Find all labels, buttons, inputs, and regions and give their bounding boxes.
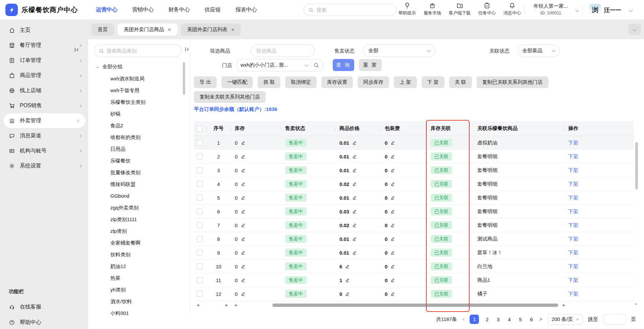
edit-stock-icon[interactable] xyxy=(241,237,246,241)
offshelf-link[interactable]: 下架 xyxy=(568,222,578,228)
edit-price-icon[interactable] xyxy=(345,264,350,269)
edit-pack-fee-icon[interactable] xyxy=(390,195,395,200)
table-vertical-scrollbar-thumb[interactable] xyxy=(635,142,638,189)
page-2[interactable]: 2 xyxy=(484,317,490,322)
action-button[interactable]: 下 架 xyxy=(422,76,444,88)
scroll-right-icon[interactable]: ▶ xyxy=(225,304,228,307)
sidebar-item-help-center[interactable]: 帮助中心 xyxy=(0,315,88,329)
action-button[interactable]: 取消绑定 xyxy=(285,76,317,88)
sale-status-select[interactable]: 全部 xyxy=(363,45,435,57)
user-avatar[interactable]: 浏 xyxy=(589,4,601,16)
category-item[interactable]: 日用品 xyxy=(91,143,179,155)
sidebar-item-home[interactable]: 主页 xyxy=(0,23,88,38)
page-1[interactable]: 1 xyxy=(470,315,479,324)
category-item[interactable]: 小料001 xyxy=(91,307,179,319)
offshelf-link[interactable]: 下架 xyxy=(568,181,578,187)
query-button[interactable]: 查 询 xyxy=(333,59,354,71)
table-scroll-right-icon[interactable]: ▶ xyxy=(563,304,566,307)
action-button[interactable]: 上 架 xyxy=(394,76,417,88)
sidebar-item-online-service[interactable]: 在线客服 xyxy=(0,299,88,315)
task-center-button[interactable]: 任务中心 xyxy=(478,2,496,16)
edit-pack-fee-icon[interactable] xyxy=(390,223,395,227)
offshelf-link[interactable]: 下架 xyxy=(568,250,578,256)
row-checkbox[interactable] xyxy=(197,291,203,297)
sidebar-item-orders[interactable]: 订单管理 xyxy=(0,53,88,68)
category-item[interactable]: wxh干饭专用 xyxy=(91,84,179,96)
offshelf-link[interactable]: 下架 xyxy=(568,236,578,242)
page-6[interactable]: 6 xyxy=(528,317,534,322)
user-chevron-down-icon[interactable] xyxy=(629,8,633,12)
sidebar-item-pos-sales[interactable]: POS销售 xyxy=(0,98,88,113)
action-button[interactable]: 库存设置 xyxy=(321,76,353,88)
category-item[interactable]: 饮料类别 xyxy=(91,249,179,260)
category-item[interactable]: 热菜 xyxy=(91,272,179,284)
nav-item-marketing[interactable]: 营销中心 xyxy=(132,6,154,13)
category-item[interactable]: 饿辣码联盟 xyxy=(91,178,179,190)
row-checkbox[interactable] xyxy=(197,195,203,201)
row-checkbox[interactable] xyxy=(197,153,203,159)
category-item[interactable]: 啥都有的类别 xyxy=(91,131,179,143)
page-3[interactable]: 3 xyxy=(495,317,501,322)
store-select[interactable]: wxh的小小门店...营... xyxy=(236,59,323,71)
edit-stock-icon[interactable] xyxy=(241,278,246,282)
sidebar-item-takeout[interactable]: 外卖管理 xyxy=(3,113,86,128)
edit-pack-fee-icon[interactable] xyxy=(390,250,395,255)
action-button[interactable]: 抓 取 xyxy=(258,76,280,88)
help-tips-button[interactable]: 帮助提示 xyxy=(398,2,416,16)
row-checkbox[interactable] xyxy=(197,167,203,173)
edit-price-icon[interactable] xyxy=(352,250,357,255)
edit-pack-fee-icon[interactable] xyxy=(390,237,395,241)
sidebar-item-message-channel[interactable]: 消息渠道 xyxy=(0,128,88,143)
row-checkbox[interactable] xyxy=(197,181,203,187)
offshelf-link[interactable]: 下架 xyxy=(568,195,578,201)
page-size-select[interactable]: 200 条/页 xyxy=(547,314,583,325)
edit-stock-icon[interactable] xyxy=(241,182,246,186)
sidebar-collapse-icon[interactable] xyxy=(73,47,80,53)
filter-product-input[interactable] xyxy=(256,48,309,54)
row-checkbox[interactable] xyxy=(197,250,203,256)
offshelf-link[interactable]: 下架 xyxy=(568,277,578,283)
table-horizontal-scrollbar-thumb[interactable] xyxy=(272,304,558,307)
category-search-input[interactable] xyxy=(106,48,177,54)
edit-stock-icon[interactable] xyxy=(241,168,246,173)
action-button[interactable]: 关 联 xyxy=(449,76,472,88)
edit-pack-fee-icon[interactable] xyxy=(390,140,395,145)
edit-pack-fee-icon[interactable] xyxy=(390,291,395,296)
edit-stock-icon[interactable] xyxy=(241,250,246,255)
offshelf-link[interactable]: 下架 xyxy=(568,153,578,160)
category-item[interactable]: 奶油12 xyxy=(91,260,179,272)
global-search-input[interactable] xyxy=(316,7,391,13)
sidebar-item-products[interactable]: 商品管理 xyxy=(0,68,88,83)
row-checkbox[interactable] xyxy=(197,222,203,228)
prev-page-icon[interactable]: < xyxy=(462,317,465,322)
client-download-button[interactable]: 客户端下载 xyxy=(449,2,471,16)
sync-balance-link[interactable]: 平台订单同步余额（默认账户）:1936 xyxy=(194,106,277,113)
action-button[interactable]: 复制已关联关系到其他门店 xyxy=(477,76,548,88)
category-item[interactable]: zgq外卖类别 xyxy=(91,202,179,213)
row-checkbox[interactable] xyxy=(197,277,203,283)
action-button[interactable]: 导 出 xyxy=(194,76,217,88)
category-item[interactable]: 乐檬餐饮 xyxy=(91,155,179,167)
category-item[interactable]: 全家桶套餐啊 xyxy=(91,237,179,249)
close-icon[interactable]: × xyxy=(168,27,171,32)
edit-price-icon[interactable] xyxy=(345,278,350,282)
table-scroll-left-icon[interactable]: ◀ xyxy=(234,304,237,307)
offshelf-link[interactable]: 下架 xyxy=(568,263,578,270)
offshelf-link[interactable]: 下架 xyxy=(568,291,578,297)
nav-item-operation[interactable]: 运营中心 xyxy=(96,6,117,13)
reset-button[interactable]: 重 置 xyxy=(359,59,382,71)
action-button[interactable]: 一键匹配 xyxy=(221,76,253,88)
sidebar-item-org-accounts[interactable]: 机构与账号 xyxy=(0,143,88,158)
edit-pack-fee-icon[interactable] xyxy=(390,264,395,269)
edit-price-icon[interactable] xyxy=(352,237,357,241)
global-search[interactable] xyxy=(304,4,396,16)
offshelf-link[interactable]: 下架 xyxy=(568,208,578,215)
row-checkbox[interactable] xyxy=(197,236,203,242)
tab-meituan-store-products[interactable]: 美团外卖门店商品 × xyxy=(117,23,177,36)
service-market-button[interactable]: 服务市场 xyxy=(424,2,441,16)
edit-pack-fee-icon[interactable] xyxy=(390,154,395,159)
filter-product-field[interactable] xyxy=(251,45,315,57)
category-item[interactable]: zlp类别1111 xyxy=(91,213,179,225)
edit-stock-icon[interactable] xyxy=(241,291,246,296)
edit-stock-icon[interactable] xyxy=(241,140,246,145)
